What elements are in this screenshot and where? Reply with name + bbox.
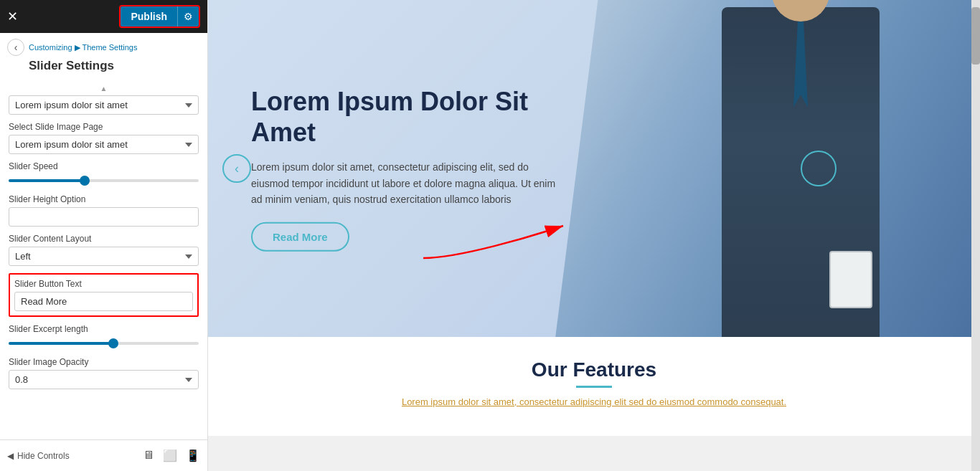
slider-speed-label: Slider Speed <box>9 161 199 171</box>
features-subtitle-link[interactable]: Lorem ipsum dolor sit amet, consectetur … <box>402 396 786 407</box>
slider-image-opacity-label: Slider Image Opacity <box>9 357 199 367</box>
select-slide-image-label: Select Slide Image Page <box>9 122 199 132</box>
left-panel: ✕ Publish ⚙ ‹ Customizing ▶ Theme Settin… <box>0 0 208 471</box>
slider-speed-thumb[interactable] <box>80 176 90 186</box>
publish-button[interactable]: Publish <box>121 6 177 27</box>
slider-image-opacity-row: Slider Image Opacity 0.8 <box>9 357 199 389</box>
person-head <box>772 0 829 22</box>
slider-content-layout-label: Slider Content Layout <box>9 234 199 244</box>
hero-read-more-button[interactable]: Read More <box>251 222 349 251</box>
slider-height-input[interactable] <box>9 207 199 227</box>
features-section: Our Features Lorem ipsum dolor sit amet,… <box>208 337 980 436</box>
slider-button-text-section: Slider Button Text <box>9 273 199 317</box>
slider-excerpt-range[interactable] <box>9 337 199 350</box>
person-tablet <box>829 251 872 308</box>
publish-gear-button[interactable]: ⚙ <box>177 6 199 27</box>
customizing-link[interactable]: Customizing <box>29 43 72 52</box>
hero-section: ‹ Lorem Ipsum Dolor Sit Amet Lorem ipsum… <box>208 0 980 337</box>
right-scrollbar[interactable] <box>971 0 980 471</box>
person-tie <box>793 22 808 108</box>
breadcrumb-area: ‹ Customizing ▶ Theme Settings <box>0 33 207 56</box>
dropdown1-row: Lorem ipsum dolor sit amet <box>9 95 199 115</box>
publish-button-group: Publish ⚙ <box>119 5 200 28</box>
mobile-icon[interactable]: 📱 <box>186 449 200 462</box>
select-slide-image-select[interactable]: Lorem ipsum dolor sit amet <box>9 135 199 154</box>
desktop-icon[interactable]: 🖥 <box>143 449 154 462</box>
features-subtitle: Lorem ipsum dolor sit amet, consectetur … <box>222 396 966 407</box>
features-title: Our Features <box>222 358 966 381</box>
hide-controls-label: Hide Controls <box>17 451 70 461</box>
dropdown1-select[interactable]: Lorem ipsum dolor sit amet <box>9 95 199 115</box>
close-button[interactable]: ✕ <box>7 9 18 24</box>
slider-speed-fill <box>9 179 85 182</box>
breadcrumb-separator: ▶ <box>75 43 83 52</box>
top-bar: ✕ Publish ⚙ <box>0 0 207 33</box>
breadcrumb: Customizing ▶ Theme Settings <box>29 43 138 52</box>
right-panel: ‹ Lorem Ipsum Dolor Sit Amet Lorem ipsum… <box>208 0 980 471</box>
hero-description: Lorem ipsum dolor sit amet, consectetur … <box>251 159 567 207</box>
section-title: Slider Settings <box>0 56 207 79</box>
back-button[interactable]: ‹ <box>7 39 24 56</box>
slider-button-text-input[interactable] <box>14 292 193 311</box>
slider-button-text-label: Slider Button Text <box>14 279 193 289</box>
tablet-icon[interactable]: ⬜ <box>163 449 177 462</box>
right-scrollbar-thumb[interactable] <box>971 7 980 65</box>
slider-excerpt-fill <box>9 342 113 345</box>
slider-image-opacity-select[interactable]: 0.8 <box>9 370 199 389</box>
slider-content-layout-select[interactable]: Left Right Center <box>9 247 199 266</box>
form-area: ▲ Lorem ipsum dolor sit amet Select Slid… <box>0 79 207 439</box>
slider-excerpt-label: Slider Excerpt length <box>9 324 199 334</box>
slider-excerpt-thumb[interactable] <box>108 338 118 348</box>
scroll-up-indicator: ▲ <box>9 85 199 92</box>
device-icons-group: 🖥 ⬜ 📱 <box>143 449 200 462</box>
slider-excerpt-track <box>9 342 199 345</box>
hero-nav-left-button[interactable]: ‹ <box>222 154 251 183</box>
hide-controls-button[interactable]: ◀ Hide Controls <box>7 451 70 461</box>
bottom-bar: ◀ Hide Controls 🖥 ⬜ 📱 <box>0 439 207 471</box>
slider-excerpt-row: Slider Excerpt length <box>9 324 199 350</box>
slider-speed-row: Slider Speed <box>9 161 199 187</box>
slider-speed-track <box>9 179 199 182</box>
slider-speed-range[interactable] <box>9 174 199 187</box>
slider-height-label: Slider Height Option <box>9 194 199 204</box>
hero-title: Lorem Ipsum Dolor Sit Amet <box>251 86 567 148</box>
slider-content-layout-row: Slider Content Layout Left Right Center <box>9 234 199 266</box>
hero-content: Lorem Ipsum Dolor Sit Amet Lorem ipsum d… <box>251 86 567 252</box>
hero-circle-decoration <box>801 151 837 186</box>
hide-controls-icon: ◀ <box>7 451 14 461</box>
select-slide-image-row: Select Slide Image Page Lorem ipsum dolo… <box>9 122 199 154</box>
slider-height-row: Slider Height Option <box>9 194 199 227</box>
theme-settings-link[interactable]: Theme Settings <box>82 43 137 52</box>
features-underline <box>576 386 612 388</box>
